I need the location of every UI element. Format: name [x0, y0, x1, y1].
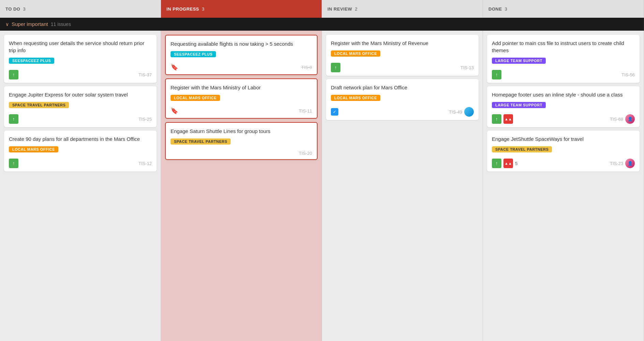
card-footer-left-tis-13: ↑	[331, 63, 340, 72]
card-footer-tis-37: ↑ TIS-37	[9, 70, 152, 79]
card-title-tis-23: Engage JetShuttle SpaceWays for travel	[492, 135, 635, 143]
column-header-inprogress: IN PROGRESS 3	[161, 0, 322, 18]
col-count-inreview: 2	[355, 6, 357, 12]
card-footer-left-tis-25: ↑	[9, 114, 18, 124]
ticket-id-tis-11: TIS-11	[299, 108, 312, 114]
card-tag-tis-8[interactable]: SEESPACEEZ PLUS	[171, 51, 216, 57]
group-header-row: ∨ Super important 11 issues	[0, 18, 644, 31]
card-title-tis-49: Draft network plan for Mars Office	[331, 84, 474, 91]
card-tag-tis-11[interactable]: LOCAL MARS OFFICE	[171, 95, 220, 101]
card-footer-tis-25: ↑ TIS-25	[9, 114, 152, 124]
card-tag-tis-68[interactable]: LARGE TEAM SUPPORT	[492, 102, 546, 108]
priority-up-icon-tis-12: ↑	[9, 159, 18, 168]
ticket-right-tis-68: TIS-68 👤	[610, 114, 635, 124]
priority-up-icon-tis-25: ↑	[9, 114, 18, 124]
inreview-column-cards: Register with the Mars Ministry of Reven…	[322, 31, 483, 341]
card-footer-left-tis-11: 🔖	[171, 107, 178, 115]
ticket-id-tis-49: TIS-49	[449, 109, 462, 115]
card-tag-tis-37[interactable]: SEESPACEEZ PLUS	[9, 58, 54, 64]
ticket-right-tis-49: TIS-49	[449, 107, 474, 117]
ticket-id-tis-68: TIS-68	[610, 117, 623, 122]
avatar-tis-23: 👤	[625, 159, 635, 168]
board-wrapper: TO DO 3 IN PROGRESS 3 IN REVIEW 2 DONE 3…	[0, 0, 644, 341]
col-count-todo: 3	[23, 6, 26, 12]
ticket-id-tis-56: TIS-56	[621, 72, 635, 77]
card-footer-tis-23: ↑ ▲▲ 5 TIS-23 👤	[492, 159, 635, 168]
card-tis-68[interactable]: Homepage footer uses an inline style - s…	[487, 86, 640, 127]
card-tag-tis-49[interactable]: LOCAL MARS OFFICE	[331, 95, 380, 101]
urgent-icon-tis-23: ▲▲	[503, 159, 513, 168]
group-chevron: ∨	[5, 21, 9, 27]
avatar-tis-49	[464, 107, 474, 117]
col-title-todo: TO DO	[5, 6, 20, 12]
group-issue-count: 11 issues	[51, 21, 71, 27]
card-tis-25[interactable]: Engage Jupiter Express for outer solar s…	[4, 86, 157, 127]
ticket-id-tis-12: TIS-12	[138, 161, 152, 166]
card-tag-tis-23[interactable]: SPACE TRAVEL PARTNERS	[492, 146, 552, 152]
ticket-id-tis-23: TIS-23	[610, 161, 623, 166]
check-icon-tis-49: ✓	[331, 108, 338, 116]
col-title-inreview: IN REVIEW	[327, 6, 352, 12]
card-tis-8[interactable]: Requesting available flights is now taki…	[165, 35, 318, 75]
card-footer-tis-20: TIS-20	[171, 151, 312, 156]
column-header-todo: TO DO 3	[0, 0, 161, 18]
card-footer-tis-56: ↑ TIS-56	[492, 70, 635, 79]
card-footer-left-tis-49: ✓	[331, 108, 338, 116]
col-count-done: 3	[505, 6, 508, 12]
priority-up-icon-tis-68: ↑	[492, 114, 501, 124]
card-footer-left-tis-37: ↑	[9, 70, 18, 79]
card-footer-tis-13: ↑ TIS-13	[331, 63, 474, 72]
ticket-id-tis-8: TIS-8	[301, 65, 312, 70]
ticket-right-tis-23: TIS-23 👤	[610, 159, 635, 168]
card-tis-20[interactable]: Engage Saturn Shuttle Lines for group to…	[165, 122, 318, 160]
column-header-done: DONE 3	[483, 0, 644, 18]
done-column-cards: Add pointer to main css file to instruct…	[483, 31, 644, 341]
card-tag-tis-25[interactable]: SPACE TRAVEL PARTNERS	[9, 102, 69, 108]
card-tis-49[interactable]: Draft network plan for Mars Office LOCAL…	[326, 79, 479, 120]
todo-column-cards: When requesting user details the service…	[0, 31, 161, 341]
card-tis-11[interactable]: Register with the Mars Ministry of Labor…	[165, 78, 318, 119]
card-tis-37[interactable]: When requesting user details the service…	[4, 35, 157, 83]
columns-content: When requesting user details the service…	[0, 31, 644, 341]
card-footer-tis-12: ↑ TIS-12	[9, 159, 152, 168]
card-footer-left-tis-12: ↑	[9, 159, 18, 168]
card-tag-tis-12[interactable]: LOCAL MARS OFFICE	[9, 146, 58, 152]
group-header-cell[interactable]: ∨ Super important 11 issues	[0, 18, 644, 31]
card-footer-tis-49: ✓ TIS-49	[331, 107, 474, 117]
card-title-tis-56: Add pointer to main css file to instruct…	[492, 40, 635, 54]
card-footer-left-tis-56: ↑	[492, 70, 501, 79]
priority-up-icon-tis-56: ↑	[492, 70, 501, 79]
card-tag-tis-13[interactable]: LOCAL MARS OFFICE	[331, 50, 380, 57]
card-tis-12[interactable]: Create 90 day plans for all departments …	[4, 131, 157, 172]
ticket-id-tis-20: TIS-20	[299, 151, 312, 156]
card-title-tis-8: Requesting available flights is now taki…	[171, 40, 312, 47]
card-tis-23[interactable]: Engage JetShuttle SpaceWays for travel S…	[487, 131, 640, 172]
card-tag-tis-20[interactable]: SPACE TRAVEL PARTNERS	[171, 138, 231, 145]
card-footer-left-tis-8: 🔖	[171, 63, 178, 71]
card-title-tis-25: Engage Jupiter Express for outer solar s…	[9, 91, 152, 98]
card-tag-tis-56[interactable]: LARGE TEAM SUPPORT	[492, 58, 546, 64]
group-name: Super important	[12, 21, 48, 27]
card-title-tis-20: Engage Saturn Shuttle Lines for group to…	[171, 128, 312, 135]
card-tis-13[interactable]: Register with the Mars Ministry of Reven…	[326, 35, 479, 76]
card-tis-56[interactable]: Add pointer to main css file to instruct…	[487, 35, 640, 83]
card-title-tis-12: Create 90 day plans for all departments …	[9, 135, 152, 143]
avatar-tis-68: 👤	[625, 114, 635, 124]
inprogress-column-cards: Requesting available flights is now taki…	[161, 31, 322, 341]
urgent-icon-tis-68: ▲▲	[503, 114, 513, 124]
upvote-count-tis-23: 5	[515, 161, 517, 166]
card-footer-tis-11: 🔖 TIS-11	[171, 107, 312, 115]
ticket-id-tis-25: TIS-25	[138, 117, 152, 122]
column-header-inreview: IN REVIEW 2	[322, 0, 483, 18]
col-title-done: DONE	[488, 6, 502, 12]
card-footer-tis-8: 🔖 TIS-8	[171, 63, 312, 71]
card-title-tis-11: Register with the Mars Ministry of Labor	[171, 84, 312, 91]
card-footer-left-tis-23: ↑ ▲▲ 5	[492, 159, 517, 168]
ticket-id-tis-37: TIS-37	[138, 72, 152, 77]
bookmark-icon-tis-8: 🔖	[171, 63, 178, 71]
col-title-inprogress: IN PROGRESS	[166, 6, 199, 12]
card-title-tis-68: Homepage footer uses an inline style - s…	[492, 91, 635, 98]
card-title-tis-37: When requesting user details the service…	[9, 40, 152, 54]
ticket-id-tis-13: TIS-13	[460, 65, 474, 70]
priority-up-icon-tis-13: ↑	[331, 63, 340, 72]
